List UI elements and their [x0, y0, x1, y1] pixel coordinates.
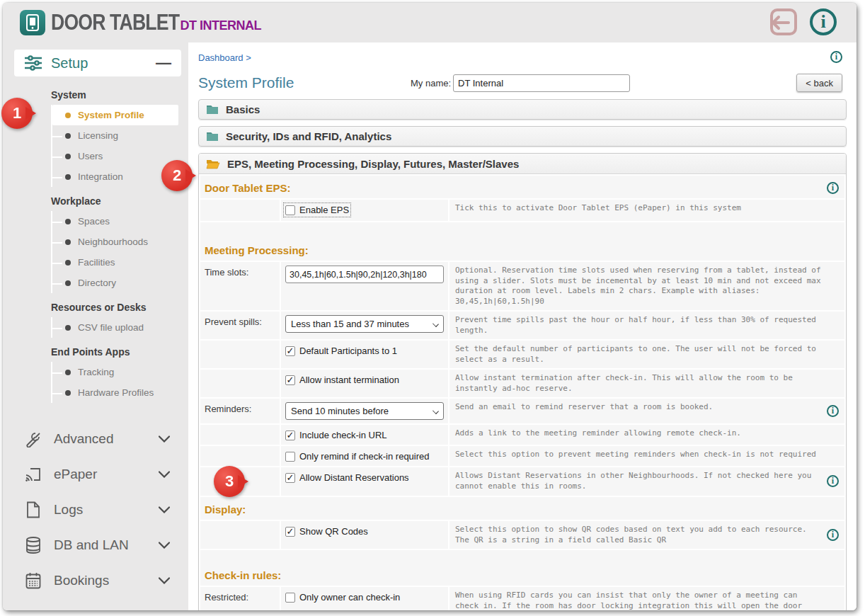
- sidebar-menu-label: ePaper: [54, 467, 159, 482]
- form-heading: Check-in rules:: [200, 563, 844, 586]
- checkbox-default-participants-to-1[interactable]: Default Participants to 1: [285, 346, 397, 356]
- sidebar-menu-advanced[interactable]: Advanced: [24, 421, 188, 457]
- chevron-down-icon: [432, 408, 439, 414]
- back-button[interactable]: < back: [796, 74, 842, 92]
- sidebar-item-facilities[interactable]: Facilities: [52, 252, 188, 273]
- form-row-control: [281, 262, 448, 310]
- bullet-icon: [65, 113, 71, 118]
- bullet-icon: [65, 390, 71, 396]
- sidebar-menu-label: Logs: [54, 502, 159, 518]
- form-row: Include check-in URLAdds a link to the m…: [200, 425, 844, 445]
- breadcrumb[interactable]: Dashboard >: [198, 52, 251, 63]
- sliders-icon: [24, 55, 42, 72]
- checkbox-show-qr-codes[interactable]: Show QR Codes: [285, 526, 368, 537]
- checkbox-box[interactable]: [285, 346, 295, 356]
- info-icon[interactable]: i: [827, 475, 839, 487]
- checkbox-box[interactable]: [285, 527, 295, 537]
- form-heading: Door Tablet EPS:: [200, 176, 844, 198]
- sidebar-item-licensing[interactable]: Licensing: [52, 125, 188, 146]
- sidebar-setup-toggle[interactable]: Setup —: [14, 50, 181, 76]
- form-row-control: Allow Distant Reservations: [281, 467, 448, 496]
- form-row-control: Only owner can check-in: [281, 587, 448, 610]
- checkbox-only-remind-if-check-in-required[interactable]: Only remind if check-in required: [285, 451, 430, 462]
- sidebar-item-spaces[interactable]: Spaces: [52, 211, 188, 232]
- select-value: Less than 15 and 37 minutes: [291, 319, 409, 329]
- sidebar-item-hardware-profiles[interactable]: Hardware Profiles: [52, 382, 188, 403]
- form-row-help: Select this option to show QR codes base…: [449, 521, 844, 549]
- eps-section: EPS, Meeting Processing, Display, Future…: [198, 153, 847, 610]
- sidebar-item-label: Licensing: [78, 130, 118, 141]
- my-name-input[interactable]: [453, 74, 630, 92]
- bullet-icon: [65, 219, 71, 224]
- form-row-label: Reminders:: [200, 399, 280, 423]
- sidebar-item-neighbourhoods[interactable]: Neighbourhoods: [52, 232, 188, 252]
- app-window: DOOR TABLET DT INTERNAL i: [3, 3, 857, 610]
- text-input-time-slots-[interactable]: [285, 266, 444, 283]
- checkbox-allow-instant-termination[interactable]: Allow instant termination: [285, 375, 399, 385]
- checkbox-box[interactable]: [285, 452, 295, 462]
- sidebar-menu-db-and-lan[interactable]: DB and LAN: [24, 527, 188, 563]
- form-row: Reminders:Send 10 minutes beforeSend an …: [200, 399, 844, 423]
- info-icon[interactable]: i: [827, 405, 839, 417]
- form-row-label: [200, 200, 280, 221]
- form-row: Time slots:Optional. Reservation time sl…: [200, 262, 844, 310]
- sidebar-group-items: TrackingHardware Profiles: [51, 362, 188, 403]
- checkbox-box[interactable]: [285, 473, 295, 483]
- sidebar-item-system-profile[interactable]: System Profile: [52, 105, 178, 125]
- form-row-label: Prevent spills:: [200, 312, 280, 339]
- form-heading-row: Door Tablet EPS:i: [200, 176, 844, 198]
- form-heading-row: Check-in rules:: [200, 550, 844, 586]
- sidebar-menu-epaper[interactable]: ePaper: [24, 457, 188, 492]
- sidebar-menu-logs[interactable]: Logs: [24, 492, 188, 527]
- bullet-icon: [65, 133, 71, 139]
- select-reminders-[interactable]: Send 10 minutes before: [285, 402, 444, 420]
- bullet-icon: [65, 174, 71, 180]
- checkbox-box[interactable]: [285, 593, 295, 603]
- form-heading-row: Meeting Processing:: [200, 222, 844, 261]
- select-prevent-spills-[interactable]: Less than 15 and 37 minutes: [285, 315, 444, 333]
- form-row-control: Less than 15 and 37 minutes: [281, 312, 448, 339]
- info-icon[interactable]: i: [827, 529, 839, 541]
- checkbox-enable-eps[interactable]: Enable EPS: [285, 205, 349, 215]
- checkbox-label: Only owner can check-in: [299, 592, 400, 603]
- sidebar-menu-bookings[interactable]: Bookings: [24, 563, 188, 598]
- bullet-icon: [65, 325, 71, 331]
- checkbox-box[interactable]: [285, 375, 295, 385]
- sidebar-item-tracking[interactable]: Tracking: [52, 362, 188, 382]
- sidebar-menu-label: DB and LAN: [54, 537, 159, 553]
- checkbox-only-owner-can-check-in[interactable]: Only owner can check-in: [285, 592, 400, 603]
- select-value: Send 10 minutes before: [291, 406, 389, 416]
- form-row-control: Send 10 minutes before: [281, 399, 448, 423]
- collapse-icon[interactable]: —: [156, 54, 171, 72]
- logout-icon[interactable]: [770, 8, 797, 35]
- checkbox-box[interactable]: [285, 205, 295, 215]
- section-bar-title: Basics: [226, 103, 260, 115]
- checkbox-box[interactable]: [285, 430, 295, 440]
- heading-cell: Display:: [200, 497, 844, 520]
- section-bar-basics[interactable]: Basics: [198, 99, 847, 120]
- sidebar-item-label: Hardware Profiles: [78, 387, 154, 398]
- chevron-down-icon: [159, 577, 170, 584]
- my-name-label: My name:: [411, 78, 451, 89]
- info-icon[interactable]: i: [827, 181, 839, 194]
- checkbox-label: Only remind if check-in required: [299, 451, 430, 462]
- checkbox-include-check-in-url[interactable]: Include check-in URL: [285, 430, 387, 440]
- annotation-balloon-3: 3: [214, 466, 245, 497]
- chevron-down-icon: [159, 506, 170, 513]
- form-row-label: [200, 521, 280, 549]
- section-bar-security-ids-and-rfid-analytics[interactable]: Security, IDs and RFID, Analytics: [198, 126, 847, 147]
- sidebar-item-directory[interactable]: Directory: [52, 273, 188, 293]
- form-row-help: Allows Distant Reservations in other Nei…: [449, 467, 844, 496]
- page-info-icon[interactable]: i: [830, 51, 842, 63]
- sidebar-group-items: SpacesNeighbourhoodsFacilitiesDirectory: [51, 211, 188, 293]
- info-icon[interactable]: i: [810, 8, 837, 35]
- eps-section-header[interactable]: EPS, Meeting Processing, Display, Future…: [199, 154, 846, 174]
- checkbox-allow-distant-reservations[interactable]: Allow Distant Reservations: [285, 472, 409, 483]
- form-row-help: When using RFID cards you can insist tha…: [449, 587, 844, 610]
- sidebar-item-label: CSV file upload: [78, 322, 144, 333]
- form-row: Default Participants to 1Set the default…: [200, 341, 844, 368]
- form-row: Prevent spills:Less than 15 and 37 minut…: [200, 312, 844, 339]
- form-row-help: Prevent time spills past the hour or hal…: [449, 312, 844, 339]
- form-heading: Meeting Processing:: [200, 238, 844, 261]
- sidebar-item-csv-file-upload[interactable]: CSV file upload: [52, 317, 188, 338]
